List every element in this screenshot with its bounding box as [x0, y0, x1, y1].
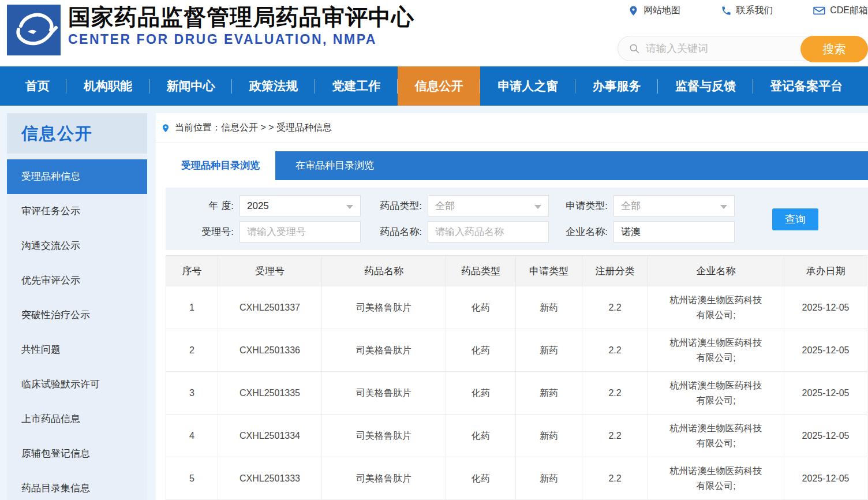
nav-item[interactable]: 申请人之窗 — [480, 66, 575, 106]
nav-item[interactable]: 政策法规 — [232, 66, 315, 106]
company-label: 企业名称: — [549, 225, 613, 238]
site-subtitle: CENTER FOR DRUG EVALUATION, NMPA — [68, 32, 414, 47]
main-content: 当前位置：信息公开 > > 受理品种信息 受理品种目录浏览 在审品种目录浏览 年… — [156, 113, 868, 500]
sidebar-item[interactable]: 临床试验默示许可 — [7, 367, 147, 402]
year-select-value: 2025 — [247, 200, 269, 211]
cell-drug-type: 化药 — [446, 415, 516, 457]
drug-type-select[interactable]: 全部 — [428, 195, 549, 217]
query-button[interactable]: 查询 — [772, 208, 818, 230]
chevron-down-icon — [534, 205, 541, 209]
drug-name-input[interactable] — [428, 221, 549, 242]
mail-link-label: CDE邮箱 — [830, 5, 868, 17]
tab[interactable]: 受理品种目录浏览 — [166, 151, 275, 180]
phone-icon — [721, 5, 732, 16]
table-header-cell: 药品名称 — [322, 256, 446, 286]
nav-item[interactable]: 机构职能 — [66, 66, 149, 106]
year-label: 年 度: — [166, 199, 240, 212]
drug-type-select-value: 全部 — [435, 200, 455, 211]
sidebar-list: 受理品种信息 审评任务公示 沟通交流公示 优先审评公示 突破性治疗公示 共性问题… — [7, 159, 147, 500]
cell-acceptance-no: CXHL2501333 — [218, 457, 322, 500]
cell-drug-type: 化药 — [446, 372, 516, 415]
cde-logo-icon — [7, 5, 61, 55]
site-title-block: 国家药品监督管理局药品审评中心 CENTER FOR DRUG EVALUATI… — [68, 4, 414, 47]
table-header-row: 序号 受理号 药品名称 药品类型 申请类型 注册分类 企业名称 — [166, 256, 867, 286]
sidebar-item[interactable]: 受理品种信息 — [7, 159, 147, 194]
drug-type-label: 药品类型: — [361, 199, 428, 212]
breadcrumb: 当前位置：信息公开 > > 受理品种信息 — [156, 113, 868, 143]
table-header-cell: 受理号 — [218, 256, 322, 286]
tab[interactable]: 在审品种目录浏览 — [275, 151, 394, 180]
cell-acceptance-no: CXHL2501337 — [218, 286, 322, 329]
table-row: 1 CXHL2501337 司美格鲁肽片 化药 新药 2.2 杭州诺澳生物医药科… — [166, 286, 867, 329]
cell-apply-type: 新药 — [516, 372, 582, 415]
company-input[interactable] — [613, 221, 735, 242]
location-pin-icon — [161, 122, 170, 134]
header-search-box: 搜索 — [618, 36, 868, 61]
sidebar-item[interactable]: 原辅包登记信息 — [7, 436, 147, 471]
filter-row-1: 年 度: 2025 药品类型: 全部 申请类型: 全部 — [166, 195, 868, 217]
nav-item[interactable]: 监督与反馈 — [658, 66, 753, 106]
acceptance-no-label: 受理号: — [166, 225, 240, 238]
cell-date: 2025-12-05 — [784, 286, 867, 329]
search-button[interactable]: 搜索 — [800, 36, 868, 62]
apply-type-select-value: 全部 — [621, 200, 641, 211]
top-links: 网站地图 联系我们 CDE邮箱 — [628, 5, 868, 17]
results-table-wrap: 序号 受理号 药品名称 药品类型 申请类型 注册分类 企业名称 — [166, 255, 867, 500]
sidebar-item[interactable]: 沟通交流公示 — [7, 229, 147, 263]
table-header-cell: 申请类型 — [516, 256, 582, 286]
acceptance-no-input[interactable] — [240, 221, 361, 242]
map-pin-icon — [628, 5, 639, 16]
contact-link[interactable]: 联系我们 — [721, 5, 773, 17]
year-select[interactable]: 2025 — [240, 195, 361, 217]
breadcrumb-text: 当前位置：信息公开 > > 受理品种信息 — [175, 122, 332, 134]
mail-link[interactable]: CDE邮箱 — [813, 5, 868, 17]
chevron-down-icon — [346, 205, 353, 209]
cell-no: 3 — [166, 372, 218, 415]
table-body: 1 CXHL2501337 司美格鲁肽片 化药 新药 2.2 杭州诺澳生物医药科… — [166, 286, 867, 500]
cell-acceptance-no: CXHL2501335 — [218, 372, 322, 415]
cell-company: 杭州诺澳生物医药科技有限公司; — [648, 415, 784, 457]
sitemap-link[interactable]: 网站地图 — [628, 5, 680, 17]
sidebar-item[interactable]: 药品目录集信息 — [7, 471, 147, 500]
nav-item[interactable]: 首页 — [8, 66, 66, 106]
cell-company: 杭州诺澳生物医药科技有限公司; — [648, 372, 784, 415]
table-header-cell: 企业名称 — [648, 256, 784, 286]
cell-acceptance-no: CXHL2501334 — [218, 415, 322, 457]
drug-name-label: 药品名称: — [361, 225, 428, 238]
table-header-cell: 注册分类 — [582, 256, 648, 286]
sidebar-item[interactable]: 突破性治疗公示 — [7, 298, 147, 333]
cell-date: 2025-12-05 — [784, 329, 867, 372]
page: 国家药品监督管理局药品审评中心 CENTER FOR DRUG EVALUATI… — [0, 0, 868, 500]
nav-item[interactable]: 党建工作 — [315, 66, 398, 106]
cell-apply-type: 新药 — [516, 415, 582, 457]
sidebar-item[interactable]: 审评任务公示 — [7, 194, 147, 229]
sidebar-item[interactable]: 优先审评公示 — [7, 263, 147, 298]
filter-panel: 年 度: 2025 药品类型: 全部 申请类型: 全部 受理号: — [166, 188, 868, 250]
sidebar-item[interactable]: 上市药品信息 — [7, 402, 147, 436]
cell-date: 2025-12-05 — [784, 415, 867, 457]
table-row: 5 CXHL2501333 司美格鲁肽片 化药 新药 2.2 杭州诺澳生物医药科… — [166, 457, 867, 500]
cell-no: 2 — [166, 329, 218, 372]
site-title: 国家药品监督管理局药品审评中心 — [68, 4, 414, 31]
cell-company: 杭州诺澳生物医药科技有限公司; — [648, 329, 784, 372]
filter-row-2: 受理号: 药品名称: 企业名称: — [166, 221, 868, 242]
cde-logo[interactable] — [7, 5, 61, 55]
cell-reg-class: 2.2 — [582, 457, 648, 500]
cell-drug-type: 化药 — [446, 329, 516, 372]
sidebar-title: 信息公开 — [7, 113, 147, 154]
nav-item[interactable]: 登记备案平台 — [753, 66, 860, 106]
table-header-cell: 序号 — [166, 256, 218, 286]
apply-type-label: 申请类型: — [549, 199, 613, 212]
table-row: 3 CXHL2501335 司美格鲁肽片 化药 新药 2.2 杭州诺澳生物医药科… — [166, 372, 867, 415]
cell-reg-class: 2.2 — [582, 372, 648, 415]
cell-date: 2025-12-05 — [784, 372, 867, 415]
main-nav: 首页 机构职能 新闻中心 政策法规 党建工作 信息公开 申请人之窗 办事服务 监… — [0, 66, 868, 106]
sidebar-item[interactable]: 共性问题 — [7, 333, 147, 367]
results-table: 序号 受理号 药品名称 药品类型 申请类型 注册分类 企业名称 — [166, 255, 867, 500]
apply-type-select[interactable]: 全部 — [613, 195, 735, 217]
nav-item[interactable]: 办事服务 — [575, 66, 658, 106]
nav-item[interactable]: 新闻中心 — [149, 66, 232, 106]
cell-no: 4 — [166, 415, 218, 457]
cell-acceptance-no: CXHL2501336 — [218, 329, 322, 372]
nav-item[interactable]: 信息公开 — [398, 66, 480, 106]
